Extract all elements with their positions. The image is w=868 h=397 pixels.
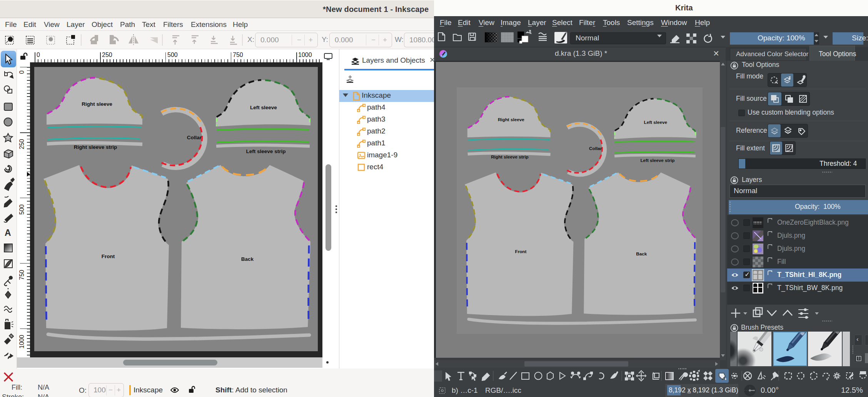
svg-text:A: A <box>5 228 11 238</box>
